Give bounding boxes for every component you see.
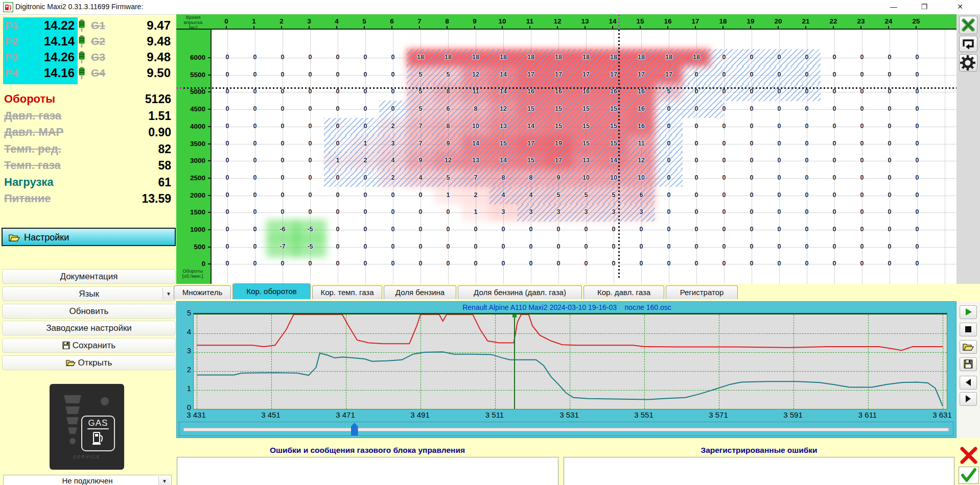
map-cell[interactable]: 0	[854, 123, 870, 130]
map-cell[interactable]: 0	[468, 226, 484, 233]
chart-plot-area[interactable]	[193, 313, 947, 409]
map-cell[interactable]: 0	[826, 243, 843, 250]
map-cell[interactable]: 13	[468, 157, 484, 164]
map-cell[interactable]: 0	[578, 243, 594, 250]
map-cell[interactable]: 17	[550, 157, 567, 164]
map-cell[interactable]: 0	[302, 260, 318, 267]
map-cell[interactable]: 16	[633, 105, 649, 112]
settings-button[interactable]: Настройки	[2, 228, 176, 246]
map-cell[interactable]: 0	[881, 105, 898, 112]
map-cell[interactable]: 17	[661, 71, 677, 78]
save-file-button[interactable]	[960, 357, 977, 371]
map-cell[interactable]: 0	[661, 105, 677, 112]
map-cell[interactable]: 0	[909, 88, 925, 95]
map-cell[interactable]: -5	[302, 243, 318, 250]
map-cell[interactable]: 0	[854, 54, 870, 61]
map-cell[interactable]: 0	[771, 191, 787, 199]
map-cell[interactable]: 0	[495, 226, 511, 233]
map-cell[interactable]: 0	[219, 226, 236, 233]
map-cell[interactable]: 0	[274, 174, 291, 181]
map-cell[interactable]: 0	[826, 260, 843, 267]
map-cell[interactable]: 0	[688, 88, 705, 95]
map-cell[interactable]: 0	[385, 226, 401, 233]
map-cell[interactable]: -6	[274, 226, 291, 233]
map-cell[interactable]: 0	[799, 260, 815, 267]
map-cell[interactable]: 4	[412, 174, 429, 181]
map-cell[interactable]: 0	[219, 54, 236, 61]
map-cell[interactable]: 0	[523, 260, 539, 267]
map-cell[interactable]: 0	[247, 105, 263, 112]
map-cell[interactable]: 15	[550, 123, 567, 130]
map-cell[interactable]: 8	[495, 174, 511, 181]
map-cell[interactable]: 0	[771, 260, 787, 267]
map-cell[interactable]: 0	[219, 71, 236, 78]
map-cell[interactable]: 0	[661, 226, 677, 233]
map-cell[interactable]: 0	[743, 157, 760, 164]
map-cell[interactable]: 0	[330, 71, 346, 78]
map-cell[interactable]: 0	[826, 208, 843, 215]
map-cell[interactable]: 0	[909, 157, 925, 164]
map-cell[interactable]: 0	[357, 243, 374, 250]
map-cell[interactable]: 0	[688, 140, 705, 147]
map-cell[interactable]: 0	[881, 260, 898, 267]
map-cell[interactable]: 0	[578, 226, 594, 233]
map-cell[interactable]: 0	[716, 140, 732, 147]
map-cell[interactable]: 0	[274, 54, 291, 61]
map-cell[interactable]: 6	[440, 105, 456, 112]
stop-button[interactable]	[960, 323, 977, 336]
map-cell[interactable]: 0	[909, 208, 925, 215]
map-cell[interactable]: 0	[412, 243, 429, 250]
map-cell[interactable]: 0	[412, 208, 429, 215]
map-cell[interactable]: 0	[881, 140, 898, 147]
map-cell[interactable]: 0	[357, 174, 374, 181]
map-cell[interactable]: 0	[688, 243, 705, 250]
map-cell[interactable]: 10	[578, 174, 594, 181]
map-cell[interactable]: 15	[550, 105, 567, 112]
map-cell[interactable]: 0	[688, 157, 705, 164]
map-cell[interactable]: 0	[247, 71, 263, 78]
map-cell[interactable]: 0	[688, 260, 705, 267]
confirm-check-icon[interactable]	[959, 467, 979, 484]
map-cell[interactable]: 0	[881, 191, 898, 199]
map-cell[interactable]: 18	[440, 54, 456, 61]
map-cell[interactable]: 0	[247, 88, 263, 95]
map-cell[interactable]: 0	[440, 243, 456, 250]
map-cell[interactable]: 0	[854, 174, 870, 181]
map-cell[interactable]: 0	[330, 208, 346, 215]
tab-6[interactable]: Кор. давл. газа	[584, 285, 664, 299]
map-cell[interactable]: 7	[412, 123, 429, 130]
map-cell[interactable]: 0	[219, 174, 236, 181]
map-cell[interactable]: 0	[357, 88, 374, 95]
map-cell[interactable]: 0	[385, 260, 401, 267]
map-cell[interactable]: 0	[799, 123, 815, 130]
map-cell[interactable]: 0	[661, 208, 677, 215]
map-cell[interactable]: 14	[523, 123, 539, 130]
map-cell[interactable]: 13	[578, 157, 594, 164]
map-cell[interactable]: 0	[274, 140, 291, 147]
map-cell[interactable]: 18	[633, 54, 649, 61]
map-cell[interactable]: 15	[523, 105, 539, 112]
map-cell[interactable]: 0	[633, 260, 649, 267]
map-cell[interactable]: 17	[523, 71, 539, 78]
map-cell[interactable]: 0	[330, 191, 346, 199]
map-cell[interactable]: 0	[909, 260, 925, 267]
map-cell[interactable]: 10	[633, 174, 649, 181]
map-cell[interactable]: 0	[385, 191, 401, 199]
map-cell[interactable]: 0	[302, 54, 318, 61]
map-cell[interactable]: 0	[743, 123, 760, 130]
map-cell[interactable]: 0	[881, 157, 898, 164]
map-cell[interactable]: 0	[219, 157, 236, 164]
map-cell[interactable]: 0	[661, 157, 677, 164]
map-cell[interactable]: 0	[330, 260, 346, 267]
map-cell[interactable]: 19	[550, 140, 567, 147]
map-cell[interactable]: 2	[385, 174, 401, 181]
map-cell[interactable]: 0	[743, 191, 760, 199]
map-cell[interactable]: 0	[661, 123, 677, 130]
map-cell[interactable]: 0	[881, 54, 898, 61]
map-cell[interactable]: 0	[771, 54, 787, 61]
map-cell[interactable]: 0	[302, 191, 318, 199]
tab-3[interactable]: Кор. темп. газа	[312, 285, 382, 299]
tab-4[interactable]: Доля бензина	[384, 285, 456, 299]
tab-7[interactable]: Регистратор	[666, 285, 738, 299]
map-cell[interactable]: 0	[716, 123, 732, 130]
